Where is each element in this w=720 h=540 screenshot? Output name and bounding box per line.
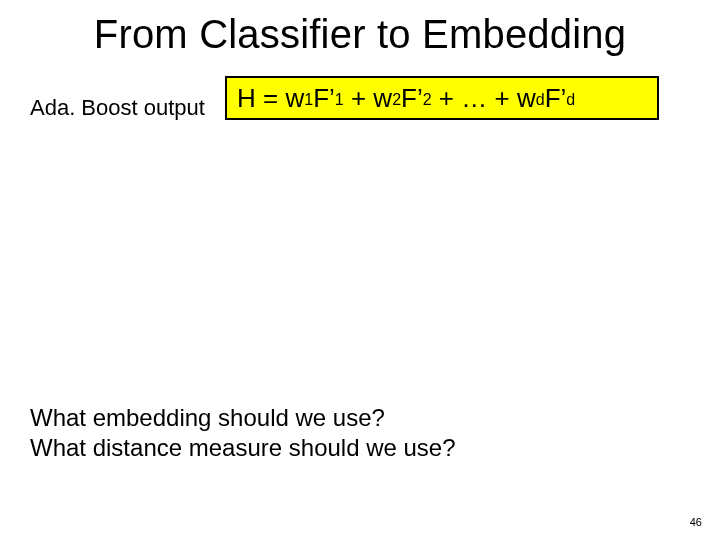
term-d-w: w [517, 83, 536, 114]
formula-lhs: H [237, 83, 256, 114]
slide-title: From Classifier to Embedding [0, 12, 720, 57]
plus-2: + [439, 83, 454, 114]
term-1-w: w [285, 83, 304, 114]
page-number: 46 [690, 516, 702, 528]
plus-1: + [351, 83, 366, 114]
question-embedding: What embedding should we use? [30, 404, 385, 432]
formula-box: H = w1F’1 + w2F’2 + … + wdF’d [225, 76, 659, 120]
slide: From Classifier to Embedding Ada. Boost … [0, 0, 720, 540]
term-2-w: w [373, 83, 392, 114]
term-1-f: F’ [313, 83, 335, 114]
formula-eq: = [263, 83, 278, 114]
adaboost-label: Ada. Boost output [30, 95, 205, 121]
question-distance: What distance measure should we use? [30, 434, 456, 462]
plus-3: + [495, 83, 510, 114]
term-d-f: F’ [545, 83, 567, 114]
ellipsis: … [461, 83, 487, 114]
term-2-f: F’ [401, 83, 423, 114]
